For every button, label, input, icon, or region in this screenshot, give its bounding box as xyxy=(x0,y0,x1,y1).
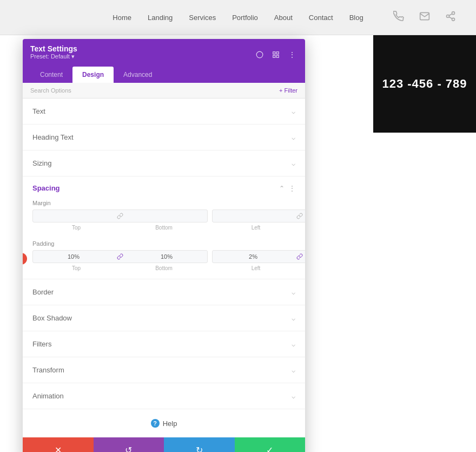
margin-label: Margin xyxy=(32,200,295,206)
border-chevron-icon: ⌵ xyxy=(292,289,295,296)
svg-point-1 xyxy=(447,15,449,17)
section-border[interactable]: Border ⌵ xyxy=(23,279,305,305)
section-sizing[interactable]: Sizing ⌵ xyxy=(23,150,305,176)
margin-lr-pair xyxy=(212,209,305,222)
padding-tb-pair xyxy=(32,250,208,263)
nav-item-contact[interactable]: Contact xyxy=(309,14,333,22)
nav-item-portfolio[interactable]: Portfolio xyxy=(232,14,258,22)
phone-icon[interactable] xyxy=(393,11,404,24)
step-indicator: 1 xyxy=(23,253,27,265)
nav-item-about[interactable]: About xyxy=(274,14,293,22)
padding-inputs-row: Top Bottom xyxy=(32,250,295,271)
help-row[interactable]: ? Help xyxy=(23,409,305,437)
padding-top-input[interactable] xyxy=(33,251,114,263)
margin-group: Margin Top Bottom xyxy=(23,198,305,238)
padding-lr-group: Left Right xyxy=(212,250,305,271)
filter-button[interactable]: + Filter xyxy=(279,87,298,94)
margin-bottom-label: Bottom xyxy=(120,225,208,231)
section-text-label: Text xyxy=(32,107,45,115)
margin-tb-labels: Top Bottom xyxy=(32,225,208,231)
margin-right-label: Right xyxy=(300,225,305,231)
margin-left-label: Left xyxy=(212,225,300,231)
mail-icon[interactable] xyxy=(419,11,430,24)
undo-button[interactable]: ↺ xyxy=(94,437,164,452)
panel-body: Text ⌵ Heading Text ⌵ Sizing ⌵ Spacing ⌃… xyxy=(23,99,305,437)
redo-button[interactable]: ↻ xyxy=(164,437,235,452)
padding-tb-labels: Top Bottom xyxy=(32,265,208,271)
section-transform[interactable]: Transform ⌵ xyxy=(23,357,305,383)
transform-chevron-icon: ⌵ xyxy=(292,366,295,374)
section-animation[interactable]: Animation ⌵ xyxy=(23,383,305,409)
svg-point-2 xyxy=(452,18,455,21)
nav-item-home[interactable]: Home xyxy=(113,14,131,22)
share-icon[interactable] xyxy=(445,11,456,24)
margin-lr-group: Left Right xyxy=(212,209,305,231)
settings-panel: Text Settings Preset: Default ▾ ⋮ Conten… xyxy=(23,39,305,452)
cancel-icon: ✕ xyxy=(55,445,62,453)
tab-content[interactable]: Content xyxy=(30,67,72,83)
section-filters-label: Filters xyxy=(32,340,51,348)
section-heading-text-label: Heading Text xyxy=(32,133,74,141)
panel-header-icons: ⋮ xyxy=(254,49,298,60)
section-filters[interactable]: Filters ⌵ xyxy=(23,331,305,357)
hero-phone-number: 123 -456 - 789 xyxy=(382,77,467,91)
action-bar: ✕ ↺ ↻ ✓ xyxy=(23,437,305,452)
svg-line-4 xyxy=(449,14,452,15)
section-border-label: Border xyxy=(32,288,54,296)
section-text[interactable]: Text ⌵ xyxy=(23,99,305,125)
spacing-collapse-icon[interactable]: ⌃ xyxy=(279,185,285,192)
panel-icon-circle[interactable] xyxy=(254,49,265,60)
margin-tb-pair xyxy=(32,209,208,222)
heading-text-chevron-icon: ⌵ xyxy=(292,134,295,141)
svg-point-5 xyxy=(256,51,263,58)
margin-top-label: Top xyxy=(32,225,120,231)
confirm-icon: ✓ xyxy=(266,445,273,453)
padding-right-label: Right xyxy=(300,265,305,271)
padding-tb-group: Top Bottom xyxy=(32,250,208,271)
padding-left-input[interactable] xyxy=(213,251,294,263)
section-box-shadow[interactable]: Box Shadow ⌵ xyxy=(23,305,305,331)
animation-chevron-icon: ⌵ xyxy=(292,392,295,400)
nav-item-blog[interactable]: Blog xyxy=(349,14,363,22)
search-label: Search Options xyxy=(30,87,71,94)
padding-group: 1 Padding Top Bot xyxy=(23,238,305,279)
margin-tb-group: Top Bottom xyxy=(32,209,208,231)
tab-design[interactable]: Design xyxy=(72,67,114,83)
margin-left-input[interactable] xyxy=(213,210,294,222)
margin-bottom-input[interactable] xyxy=(126,210,207,222)
svg-rect-7 xyxy=(276,51,279,54)
padding-label: Padding xyxy=(32,240,295,247)
padding-lr-link-icon[interactable] xyxy=(294,251,305,263)
cancel-button[interactable]: ✕ xyxy=(23,437,94,452)
section-animation-label: Animation xyxy=(32,392,64,400)
redo-icon: ↻ xyxy=(196,445,203,453)
spacing-header[interactable]: Spacing ⌃ ⋮ xyxy=(23,176,305,198)
margin-top-input[interactable] xyxy=(33,210,114,222)
margin-lr-link-icon[interactable] xyxy=(294,210,305,222)
confirm-button[interactable]: ✓ xyxy=(235,437,306,452)
hero-area: 123 -456 - 789 xyxy=(373,35,476,133)
padding-tb-link-icon[interactable] xyxy=(114,251,126,263)
svg-point-0 xyxy=(452,11,455,14)
nav-item-services[interactable]: Services xyxy=(189,14,216,22)
sizing-chevron-icon: ⌵ xyxy=(292,160,295,167)
panel-icon-resize[interactable] xyxy=(270,49,281,60)
filters-chevron-icon: ⌵ xyxy=(292,340,295,348)
spacing-more-icon[interactable]: ⋮ xyxy=(289,185,295,192)
box-shadow-chevron-icon: ⌵ xyxy=(292,315,295,322)
nav-item-landing[interactable]: Landing xyxy=(148,14,173,22)
margin-link-icon[interactable] xyxy=(114,210,126,222)
svg-rect-8 xyxy=(276,55,279,57)
section-sizing-label: Sizing xyxy=(32,159,51,167)
panel-icon-more[interactable]: ⋮ xyxy=(287,49,298,60)
section-heading-text[interactable]: Heading Text ⌵ xyxy=(23,125,305,150)
panel-title: Text Settings xyxy=(30,44,77,53)
padding-lr-pair xyxy=(212,250,305,263)
margin-inputs-row: Top Bottom xyxy=(32,209,295,231)
padding-left-label: Left xyxy=(212,265,300,271)
padding-bottom-input[interactable] xyxy=(126,251,207,263)
padding-lr-labels: Left Right xyxy=(212,265,305,271)
tab-advanced[interactable]: Advanced xyxy=(114,67,162,83)
panel-preset[interactable]: Preset: Default ▾ xyxy=(30,53,77,60)
text-chevron-icon: ⌵ xyxy=(292,108,295,115)
